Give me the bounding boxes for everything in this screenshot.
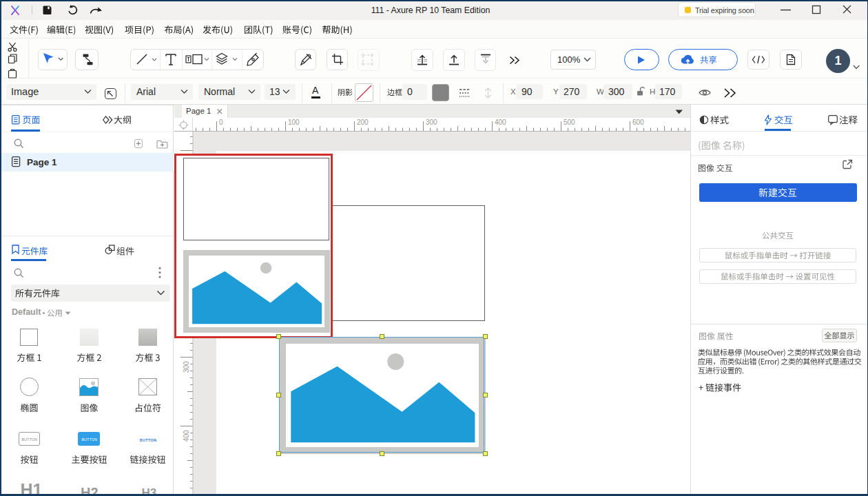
svg-text:200: 200 — [357, 118, 369, 126]
svg-text:600: 600 — [632, 118, 644, 126]
svg-text:0: 0 — [219, 118, 223, 126]
svg-text:300: 300 — [426, 118, 437, 126]
svg-text:300: 300 — [182, 361, 189, 373]
svg-text:400: 400 — [182, 430, 189, 442]
svg-text:100: 100 — [288, 118, 300, 126]
svg-text:400: 400 — [495, 118, 506, 126]
svg-text:500: 500 — [564, 118, 575, 126]
